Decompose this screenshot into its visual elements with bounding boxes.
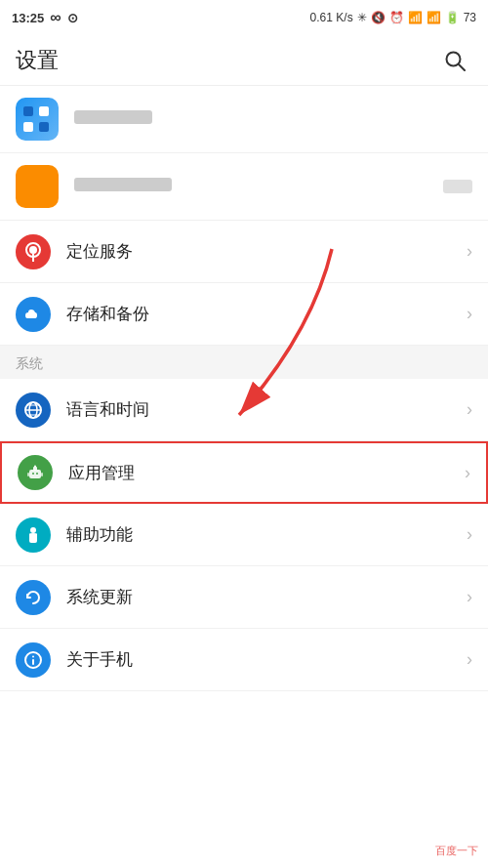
- system-section-header: 系统: [0, 346, 488, 379]
- svg-point-16: [30, 527, 36, 533]
- accessibility-label: 辅助功能: [66, 523, 467, 546]
- location-icon: [16, 234, 51, 269]
- app-item-1[interactable]: [0, 86, 488, 153]
- cloud-icon: [23, 305, 43, 324]
- robot-icon: [25, 463, 45, 482]
- watermark: 百度一下: [435, 844, 478, 858]
- speed: 0.61 K/s: [310, 11, 353, 24]
- storage-icon: [16, 297, 51, 332]
- settings-item-storage[interactable]: 存储和备份 ›: [0, 283, 488, 346]
- storage-chevron: ›: [467, 304, 472, 324]
- info-icon: [23, 650, 43, 670]
- language-chevron: ›: [467, 399, 472, 420]
- status-right: 0.61 K/s ✳ 🔇 ⏰ 📶 📶 🔋 73: [310, 11, 476, 24]
- storage-label: 存储和备份: [66, 303, 467, 325]
- globe-icon: [23, 400, 43, 420]
- signal-icon: ⊙: [67, 11, 78, 25]
- accessibility-chevron: ›: [467, 524, 472, 545]
- signal-strength-icon: 📶: [427, 11, 441, 24]
- location-chevron: ›: [467, 241, 472, 262]
- location-label: 定位服务: [66, 240, 467, 263]
- svg-rect-19: [32, 659, 34, 665]
- svg-rect-12: [33, 467, 37, 471]
- settings-list: 定位服务 › 存储和备份 › 系统 语言和时间 ›: [0, 86, 488, 691]
- clock-icon: ⏰: [389, 11, 404, 24]
- settings-item-about[interactable]: 关于手机 ›: [0, 629, 488, 691]
- system-update-chevron: ›: [467, 587, 472, 607]
- time: 13:25: [12, 11, 44, 25]
- settings-item-system-update[interactable]: 系统更新 ›: [0, 566, 488, 629]
- page-title: 设置: [16, 46, 59, 75]
- svg-point-13: [34, 466, 36, 468]
- app-management-label: 应用管理: [68, 462, 465, 484]
- svg-line-1: [459, 64, 465, 70]
- svg-rect-14: [27, 473, 29, 476]
- app-management-icon: [18, 455, 53, 490]
- svg-rect-15: [41, 473, 43, 476]
- about-icon: [16, 642, 51, 678]
- app-icon-1: [16, 98, 59, 141]
- about-chevron: ›: [467, 649, 472, 670]
- bluetooth-icon: ✳: [357, 11, 367, 24]
- settings-item-location[interactable]: 定位服务 ›: [0, 221, 488, 283]
- pin-icon: [23, 242, 43, 262]
- refresh-icon: [23, 588, 43, 607]
- system-label: 系统: [16, 355, 43, 371]
- battery-level: 73: [464, 11, 476, 24]
- title-bar: 设置: [0, 35, 488, 86]
- svg-rect-11: [36, 473, 38, 475]
- app-extra-2: [443, 180, 472, 193]
- system-update-label: 系统更新: [66, 586, 467, 608]
- app-management-chevron: ›: [465, 463, 470, 483]
- about-label: 关于手机: [66, 648, 467, 671]
- app-name-blur-1: [74, 110, 152, 124]
- search-button[interactable]: [437, 43, 472, 78]
- search-icon: [444, 50, 466, 71]
- status-bar: 13:25 ∞ ⊙ 0.61 K/s ✳ 🔇 ⏰ 📶 📶 🔋 73: [0, 0, 488, 35]
- accessibility-icon: [16, 517, 51, 553]
- app-icon-2: [16, 165, 59, 208]
- svg-point-18: [32, 655, 34, 657]
- app-info-2: [74, 178, 443, 196]
- wifi-icon: 📶: [408, 11, 423, 24]
- language-label: 语言和时间: [66, 398, 467, 421]
- svg-rect-10: [32, 473, 34, 475]
- hand-icon: [23, 525, 43, 545]
- mute-icon: 🔇: [371, 11, 386, 24]
- app-item-2[interactable]: [0, 153, 488, 221]
- language-icon: [16, 393, 51, 428]
- battery-icon: 🔋: [445, 11, 460, 24]
- svg-point-2: [29, 246, 37, 254]
- status-left: 13:25 ∞ ⊙: [12, 9, 78, 26]
- app-name-blur-2: [74, 178, 172, 191]
- infinity-icon: ∞: [50, 9, 61, 26]
- settings-item-app-management[interactable]: 应用管理 ›: [0, 441, 488, 504]
- settings-item-accessibility[interactable]: 辅助功能 ›: [0, 504, 488, 566]
- system-update-icon: [16, 580, 51, 615]
- svg-rect-9: [29, 470, 41, 478]
- settings-item-language[interactable]: 语言和时间 ›: [0, 379, 488, 441]
- app-info-1: [74, 110, 472, 129]
